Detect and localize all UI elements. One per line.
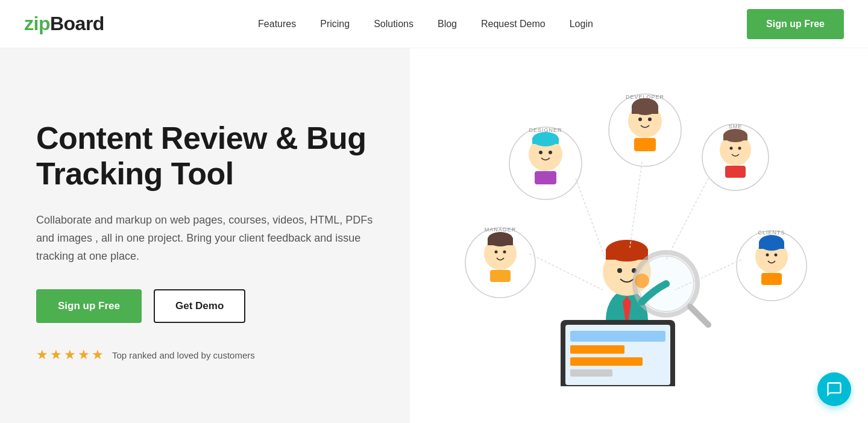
get-demo-button[interactable]: Get Demo	[154, 289, 245, 323]
svg-line-63	[630, 162, 642, 248]
nav-solutions[interactable]: Solutions	[374, 19, 414, 30]
svg-line-62	[576, 178, 606, 260]
nav-blog[interactable]: Blog	[438, 19, 457, 30]
nav-request-demo[interactable]: Request Demo	[481, 19, 546, 30]
svg-text:MANAGER: MANAGER	[485, 227, 517, 233]
rating-text: Top ranked and loved by customers	[112, 350, 255, 360]
nav-features[interactable]: Features	[258, 19, 296, 30]
svg-rect-57	[570, 345, 624, 354]
logo-zip: zip	[24, 13, 50, 34]
star-4: ★	[78, 347, 90, 363]
svg-point-13	[638, 118, 642, 121]
svg-point-22	[738, 147, 741, 150]
svg-rect-59	[570, 369, 612, 377]
svg-rect-23	[725, 166, 746, 178]
signup-button-hero[interactable]: Sign up Free	[36, 289, 142, 323]
star-3: ★	[64, 347, 76, 363]
svg-line-65	[529, 254, 603, 290]
svg-rect-20	[723, 134, 747, 140]
star-rating: ★ ★ ★ ★ ★	[36, 347, 104, 363]
chat-icon	[826, 381, 843, 398]
hero-right: DESIGNER DEVELOPER	[410, 48, 868, 423]
svg-rect-36	[759, 242, 784, 249]
svg-rect-15	[634, 138, 656, 151]
hero-title: Content Review & Bug Tracking Tool	[36, 121, 374, 193]
nav-login[interactable]: Login	[570, 19, 593, 30]
svg-point-44	[617, 268, 622, 273]
logo[interactable]: zipBoard	[24, 13, 104, 35]
svg-point-37	[766, 254, 769, 257]
svg-line-64	[666, 178, 708, 260]
svg-rect-31	[490, 270, 511, 282]
signup-button-header[interactable]: Sign up Free	[747, 9, 844, 39]
svg-point-29	[495, 251, 498, 254]
svg-point-30	[503, 251, 506, 254]
hero-illustration: DESIGNER DEVELOPER	[428, 85, 850, 386]
svg-rect-7	[535, 171, 556, 184]
svg-text:CLIENTS: CLIENTS	[758, 230, 785, 236]
svg-rect-43	[606, 249, 648, 260]
nav-pricing[interactable]: Pricing	[320, 19, 350, 30]
hero-left: Content Review & Bug Tracking Tool Colla…	[0, 48, 410, 423]
hero-rating: ★ ★ ★ ★ ★ Top ranked and loved by custom…	[36, 347, 374, 363]
star-5: ★	[92, 347, 104, 363]
hero-section: Content Review & Bug Tracking Tool Colla…	[0, 48, 868, 423]
site-header: zipBoard Features Pricing Solutions Blog…	[0, 0, 868, 48]
star-2: ★	[50, 347, 62, 363]
svg-rect-56	[570, 331, 665, 342]
svg-rect-12	[632, 105, 658, 114]
star-1: ★	[36, 347, 48, 363]
hero-buttons: Sign up Free Get Demo	[36, 289, 374, 323]
svg-point-5	[539, 151, 542, 154]
svg-point-61	[635, 274, 649, 288]
chat-support-button[interactable]	[817, 372, 851, 406]
svg-text:SME: SME	[729, 124, 743, 130]
svg-point-6	[549, 151, 552, 154]
header-right: Sign up Free	[747, 9, 844, 39]
svg-rect-4	[532, 138, 559, 144]
svg-rect-39	[761, 273, 782, 285]
logo-board: Board	[50, 13, 104, 34]
svg-point-14	[648, 118, 652, 121]
svg-rect-28	[488, 238, 513, 245]
hero-description: Collaborate and markup on web pages, cou…	[36, 212, 374, 265]
svg-rect-58	[570, 357, 643, 366]
svg-point-38	[775, 254, 778, 257]
svg-line-53	[690, 307, 708, 325]
svg-point-21	[730, 147, 733, 150]
main-nav: Features Pricing Solutions Blog Request …	[258, 19, 593, 30]
